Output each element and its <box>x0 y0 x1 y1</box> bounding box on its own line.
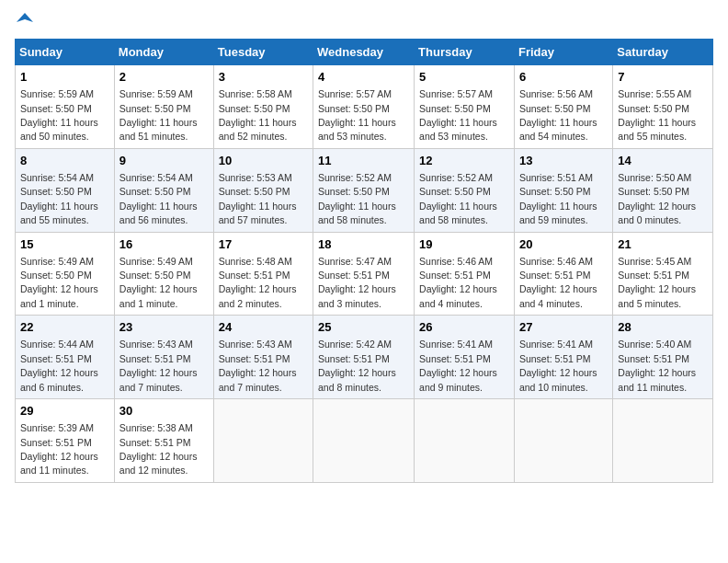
daylight-info: Daylight: 11 hours and 54 minutes. <box>519 117 597 142</box>
day-number: 1 <box>20 69 109 86</box>
day-number: 5 <box>419 69 509 86</box>
sunrise-info: Sunrise: 5:59 AM <box>119 88 193 99</box>
day-number: 15 <box>20 236 109 253</box>
table-row: 9 Sunrise: 5:54 AM Sunset: 5:50 PM Dayli… <box>114 148 213 232</box>
sunrise-info: Sunrise: 5:50 AM <box>618 172 691 183</box>
sunset-info: Sunset: 5:50 PM <box>20 186 92 197</box>
sunrise-info: Sunrise: 5:58 AM <box>219 88 292 99</box>
table-row: 18 Sunrise: 5:47 AM Sunset: 5:51 PM Dayl… <box>313 232 415 316</box>
table-row: 17 Sunrise: 5:48 AM Sunset: 5:51 PM Dayl… <box>213 232 313 316</box>
col-wednesday: Wednesday <box>313 40 415 65</box>
day-number: 14 <box>618 153 708 169</box>
sunset-info: Sunset: 5:51 PM <box>519 353 591 364</box>
sunrise-info: Sunrise: 5:47 AM <box>318 256 392 267</box>
sunrise-info: Sunrise: 5:43 AM <box>219 339 292 350</box>
sunrise-info: Sunrise: 5:54 AM <box>119 172 193 183</box>
table-row: 7 Sunrise: 5:55 AM Sunset: 5:50 PM Dayli… <box>613 65 713 149</box>
day-number: 25 <box>318 319 409 336</box>
day-number: 11 <box>318 153 409 169</box>
sunset-info: Sunset: 5:50 PM <box>318 186 390 197</box>
day-number: 24 <box>219 319 308 336</box>
daylight-info: Daylight: 11 hours and 55 minutes. <box>618 117 696 142</box>
daylight-info: Daylight: 12 hours and 11 minutes. <box>618 367 696 392</box>
daylight-info: Daylight: 11 hours and 53 minutes. <box>419 117 497 142</box>
table-row: 28 Sunrise: 5:40 AM Sunset: 5:51 PM Dayl… <box>613 316 713 399</box>
table-row: 26 Sunrise: 5:41 AM Sunset: 5:51 PM Dayl… <box>415 316 515 399</box>
table-row: 10 Sunrise: 5:53 AM Sunset: 5:50 PM Dayl… <box>213 148 313 232</box>
day-number: 18 <box>318 236 409 253</box>
table-row: 27 Sunrise: 5:41 AM Sunset: 5:51 PM Dayl… <box>514 316 612 399</box>
sunrise-info: Sunrise: 5:49 AM <box>20 256 94 267</box>
daylight-info: Daylight: 12 hours and 0 minutes. <box>618 201 696 225</box>
day-number: 7 <box>618 69 708 86</box>
table-row: 21 Sunrise: 5:45 AM Sunset: 5:51 PM Dayl… <box>613 232 713 316</box>
sunrise-info: Sunrise: 5:39 AM <box>20 422 94 433</box>
sunrise-info: Sunrise: 5:55 AM <box>618 88 691 99</box>
sunset-info: Sunset: 5:51 PM <box>419 270 491 281</box>
daylight-info: Daylight: 12 hours and 5 minutes. <box>618 283 696 308</box>
day-number: 22 <box>20 319 109 336</box>
table-row: 25 Sunrise: 5:42 AM Sunset: 5:51 PM Dayl… <box>313 316 415 399</box>
daylight-info: Daylight: 11 hours and 57 minutes. <box>219 201 297 225</box>
sunset-info: Sunset: 5:50 PM <box>519 186 591 197</box>
sunset-info: Sunset: 5:51 PM <box>219 270 290 281</box>
sunrise-info: Sunrise: 5:46 AM <box>419 256 493 267</box>
table-row: 24 Sunrise: 5:43 AM Sunset: 5:51 PM Dayl… <box>213 316 313 399</box>
week-row: 29 Sunrise: 5:39 AM Sunset: 5:51 PM Dayl… <box>16 399 713 483</box>
empty-cell <box>514 399 612 483</box>
daylight-info: Daylight: 12 hours and 4 minutes. <box>419 283 497 308</box>
table-row: 4 Sunrise: 5:57 AM Sunset: 5:50 PM Dayli… <box>313 65 415 149</box>
svg-marker-0 <box>17 13 33 22</box>
day-number: 2 <box>119 69 209 86</box>
daylight-info: Daylight: 11 hours and 59 minutes. <box>519 201 597 225</box>
day-number: 20 <box>519 236 608 253</box>
daylight-info: Daylight: 12 hours and 7 minutes. <box>119 367 198 392</box>
day-number: 3 <box>219 69 308 86</box>
sunrise-info: Sunrise: 5:54 AM <box>20 172 94 183</box>
day-number: 9 <box>119 153 209 169</box>
col-monday: Monday <box>114 40 213 65</box>
sunrise-info: Sunrise: 5:51 AM <box>519 172 593 183</box>
sunset-info: Sunset: 5:50 PM <box>219 103 290 114</box>
table-row: 3 Sunrise: 5:58 AM Sunset: 5:50 PM Dayli… <box>213 65 313 149</box>
daylight-info: Daylight: 11 hours and 58 minutes. <box>419 201 497 225</box>
table-row: 20 Sunrise: 5:46 AM Sunset: 5:51 PM Dayl… <box>514 232 612 316</box>
sunset-info: Sunset: 5:50 PM <box>219 186 290 197</box>
sunset-info: Sunset: 5:50 PM <box>318 103 390 114</box>
daylight-info: Daylight: 11 hours and 56 minutes. <box>119 201 198 225</box>
day-number: 28 <box>618 319 708 336</box>
sunrise-info: Sunrise: 5:52 AM <box>318 172 392 183</box>
table-row: 2 Sunrise: 5:59 AM Sunset: 5:50 PM Dayli… <box>114 65 213 149</box>
sunset-info: Sunset: 5:50 PM <box>119 186 191 197</box>
sunset-info: Sunset: 5:51 PM <box>519 270 591 281</box>
calendar-header-row: Sunday Monday Tuesday Wednesday Thursday… <box>16 40 713 65</box>
day-number: 17 <box>219 236 308 253</box>
sunset-info: Sunset: 5:50 PM <box>419 186 491 197</box>
daylight-info: Daylight: 11 hours and 51 minutes. <box>119 117 198 142</box>
logo-bird-icon <box>17 11 33 28</box>
empty-cell <box>415 399 515 483</box>
daylight-info: Daylight: 12 hours and 11 minutes. <box>20 451 98 476</box>
table-row: 22 Sunrise: 5:44 AM Sunset: 5:51 PM Dayl… <box>16 316 115 399</box>
col-thursday: Thursday <box>415 40 515 65</box>
day-number: 13 <box>519 153 608 169</box>
daylight-info: Daylight: 12 hours and 12 minutes. <box>119 451 198 476</box>
day-number: 19 <box>419 236 509 253</box>
daylight-info: Daylight: 12 hours and 6 minutes. <box>20 367 98 392</box>
daylight-info: Daylight: 11 hours and 53 minutes. <box>318 117 396 142</box>
daylight-info: Daylight: 12 hours and 1 minute. <box>20 283 98 308</box>
table-row: 15 Sunrise: 5:49 AM Sunset: 5:50 PM Dayl… <box>16 232 115 316</box>
day-number: 30 <box>119 403 209 419</box>
daylight-info: Daylight: 12 hours and 10 minutes. <box>519 367 597 392</box>
day-number: 21 <box>618 236 708 253</box>
page-header <box>15 15 713 28</box>
day-number: 16 <box>119 236 209 253</box>
sunrise-info: Sunrise: 5:49 AM <box>119 256 193 267</box>
table-row: 19 Sunrise: 5:46 AM Sunset: 5:51 PM Dayl… <box>415 232 515 316</box>
sunrise-info: Sunrise: 5:43 AM <box>119 339 193 350</box>
day-number: 23 <box>119 319 209 336</box>
table-row: 6 Sunrise: 5:56 AM Sunset: 5:50 PM Dayli… <box>514 65 612 149</box>
sunset-info: Sunset: 5:51 PM <box>20 353 92 364</box>
daylight-info: Daylight: 12 hours and 4 minutes. <box>519 283 597 308</box>
table-row: 30 Sunrise: 5:38 AM Sunset: 5:51 PM Dayl… <box>114 399 213 483</box>
